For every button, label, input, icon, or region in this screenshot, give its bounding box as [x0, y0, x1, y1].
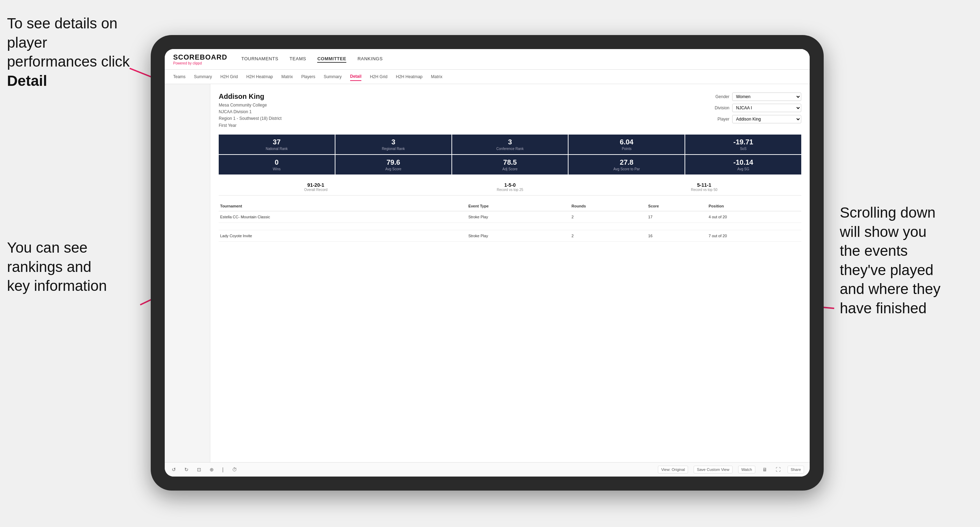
tournament-table: Tournament Event Type Rounds Score Posit… [219, 201, 801, 242]
record-item: 5-11-1Record vs top 50 [607, 182, 801, 192]
annotation-r-1: Scrolling down [840, 204, 935, 221]
zoom-fit-button[interactable]: ⊡ [196, 465, 203, 474]
annotation-right: Scrolling down will show you the events … [840, 203, 973, 318]
stat-value: 79.6 [338, 159, 449, 167]
stat-cell: 79.6Avg Score [336, 155, 452, 175]
stat-value: 3 [338, 138, 449, 146]
record-value: 1-5-0 [413, 182, 607, 188]
filter-gender-row: Gender Women [710, 92, 801, 101]
stat-value: 3 [455, 138, 565, 146]
cell-position: 7 out of 20 [707, 230, 801, 241]
nav-teams[interactable]: TEAMS [290, 56, 306, 63]
player-year: First Year [219, 122, 282, 129]
stat-label: Avg Score to Par [571, 167, 682, 171]
stat-label: SoS [688, 147, 799, 151]
col-score: Score [647, 201, 707, 211]
table-row: Estella CC- Mountain Classic Stroke Play… [219, 211, 801, 222]
sub-nav-matrix2[interactable]: Matrix [431, 73, 443, 81]
table-row [219, 222, 801, 230]
sub-nav-h2h-grid[interactable]: H2H Grid [221, 73, 238, 81]
stat-value: 78.5 [455, 159, 565, 167]
player-info: Addison King Mesa Community College NJCA… [219, 92, 282, 129]
player-division: NJCAA Division 1 [219, 109, 282, 115]
sub-nav-h2h-heatmap[interactable]: H2H Heatmap [247, 73, 273, 81]
filter-player-label: Player [710, 117, 729, 122]
cell-rounds [570, 222, 647, 230]
col-rounds: Rounds [570, 201, 647, 211]
sub-nav-players[interactable]: Players [301, 73, 315, 81]
cell-score [647, 222, 707, 230]
sub-nav-teams[interactable]: Teams [173, 73, 185, 81]
clock-button[interactable]: ⏱ [231, 465, 238, 474]
filter-division-select[interactable]: NJCAA I [732, 104, 801, 112]
cell-empty [454, 222, 467, 230]
sub-nav-matrix[interactable]: Matrix [282, 73, 293, 81]
top-nav: SCOREBOARD Powered by clippd TOURNAMENTS… [165, 49, 810, 70]
sub-nav-summary2[interactable]: Summary [323, 73, 341, 81]
logo-powered: Powered by clippd [173, 61, 227, 65]
content-area: Addison King Mesa Community College NJCA… [165, 84, 810, 462]
watch-button[interactable]: Watch [738, 466, 755, 473]
annotation-r-6: have finished [840, 300, 927, 316]
table-header-row: Tournament Event Type Rounds Score Posit… [219, 201, 801, 211]
stat-cell: -10.14Avg SG [685, 155, 801, 175]
cell-event-type: Stroke Play [467, 230, 570, 241]
nav-tournaments[interactable]: TOURNAMENTS [241, 56, 278, 63]
record-label: Record vs top 50 [607, 188, 801, 192]
view-original-button[interactable]: View: Original [658, 466, 688, 473]
stat-value: 37 [221, 138, 332, 146]
sub-nav-h2h-heatmap2[interactable]: H2H Heatmap [396, 73, 422, 81]
main-content: Addison King Mesa Community College NJCA… [210, 84, 810, 462]
bottom-toolbar: ↺ ↻ ⊡ ⊕ | ⏱ View: Original Save Custom V… [165, 462, 810, 476]
cell-rounds: 2 [570, 211, 647, 222]
annotation-bl-3: key information [7, 278, 107, 294]
annotation-r-4: they've played [840, 262, 933, 278]
monitor-icon[interactable]: 🖥 [761, 465, 768, 474]
annotation-r-5: and where they [840, 281, 940, 297]
cell-event-type [467, 222, 570, 230]
sub-nav-summary[interactable]: Summary [194, 73, 212, 81]
annotation-detail-bold: Detail [7, 73, 47, 89]
col-position: Position [707, 201, 801, 211]
stat-label: National Rank [221, 147, 332, 151]
col-event-type: Event Type [467, 201, 570, 211]
undo-button[interactable]: ↺ [170, 465, 177, 474]
stat-cell: 78.5Adj Score [452, 155, 568, 175]
stat-label: Conference Rank [455, 147, 565, 151]
redo-button[interactable]: ↻ [183, 465, 190, 474]
annotation-bl-1: You can see [7, 239, 88, 256]
sub-nav-h2h-grid2[interactable]: H2H Grid [370, 73, 387, 81]
nav-committee[interactable]: COMMITTEE [317, 56, 346, 63]
stat-value: 27.8 [571, 159, 682, 167]
stat-label: Points [571, 147, 682, 151]
stat-value: -19.71 [688, 138, 799, 146]
cell-score: 17 [647, 211, 707, 222]
stat-cell: -19.71SoS [685, 135, 801, 154]
sub-nav: Teams Summary H2H Grid H2H Heatmap Matri… [165, 70, 810, 84]
cell-event-type: Stroke Play [467, 211, 570, 222]
annotation-bottom-left: You can see rankings and key information [7, 238, 133, 296]
share-button[interactable]: Share [788, 466, 804, 473]
player-header: Addison King Mesa Community College NJCA… [219, 92, 801, 129]
records-row: 91-20-1Overall Record1-5-0Record vs top … [219, 179, 801, 195]
tablet-screen: SCOREBOARD Powered by clippd TOURNAMENTS… [165, 49, 810, 476]
record-value: 91-20-1 [219, 182, 413, 188]
filter-player-select[interactable]: Addison King [732, 115, 801, 123]
player-filters: Gender Women Division NJCAA I [710, 92, 801, 123]
sub-nav-detail[interactable]: Detail [350, 73, 362, 81]
stat-label: Avg SG [688, 167, 799, 171]
nav-rankings[interactable]: RANKINGS [358, 56, 383, 63]
filter-gender-label: Gender [710, 94, 729, 99]
stat-cell: 37National Rank [219, 135, 335, 154]
top-nav-links: TOURNAMENTS TEAMS COMMITTEE RANKINGS [241, 56, 382, 63]
separator: | [221, 465, 225, 474]
expand-icon[interactable]: ⛶ [774, 465, 782, 474]
save-custom-button[interactable]: Save Custom View [694, 466, 733, 473]
cell-tournament: Lady Coyote Invite [219, 230, 454, 241]
filter-gender-select[interactable]: Women [732, 92, 801, 101]
filter-division-row: Division NJCAA I [710, 104, 801, 112]
zoom-in-button[interactable]: ⊕ [208, 465, 215, 474]
stat-value: 0 [221, 159, 332, 167]
table-row: Lady Coyote Invite Stroke Play 2 16 7 ou… [219, 230, 801, 241]
cell-tournament: Estella CC- Mountain Classic [219, 211, 454, 222]
